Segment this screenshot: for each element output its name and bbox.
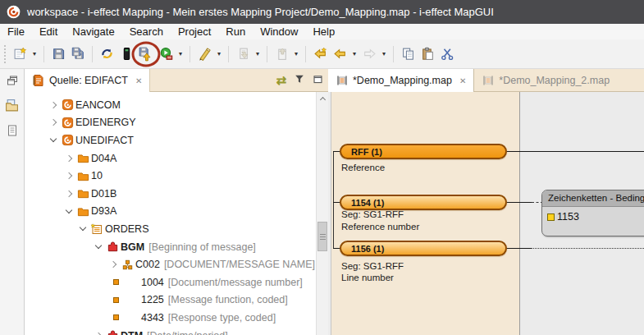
tree-item-10[interactable]: 10 bbox=[25, 167, 316, 185]
tree-item-d01b[interactable]: D01B bbox=[25, 185, 316, 203]
menu-edit[interactable]: Edit bbox=[32, 25, 65, 38]
function-box-item-1153[interactable]: 1153 bbox=[542, 207, 644, 223]
toolbar-separator bbox=[228, 46, 229, 62]
link-with-editor-icon[interactable]: ⇄ bbox=[276, 73, 286, 88]
export-icon[interactable] bbox=[272, 44, 291, 65]
source-view-tab-label: Quelle: EDIFACT bbox=[49, 75, 128, 86]
restore-view-icon[interactable] bbox=[6, 74, 19, 90]
menu-navigate[interactable]: Navigate bbox=[65, 25, 121, 38]
menu-window[interactable]: Window bbox=[253, 25, 305, 38]
yellow-square-icon bbox=[547, 213, 555, 221]
function-box-zeichenketten[interactable]: Zeichenketten - Beding 1153 bbox=[541, 190, 644, 236]
tree-label: D04A bbox=[91, 153, 116, 164]
import-icon[interactable] bbox=[233, 44, 253, 65]
marker-dropdown-arrow[interactable]: ▾ bbox=[214, 50, 224, 57]
tree-desc: [Message function, coded] bbox=[168, 294, 288, 305]
maximize-icon[interactable] bbox=[313, 73, 323, 88]
source-view-tab[interactable]: Quelle: EDIFACT ✕ bbox=[25, 69, 150, 92]
back-dropdown-arrow[interactable]: ▾ bbox=[349, 50, 359, 57]
tree-desc: [Beginning of message] bbox=[148, 241, 256, 253]
chevron-right-icon[interactable] bbox=[63, 173, 75, 178]
scroll-up-arrow[interactable] bbox=[317, 92, 328, 104]
tree-item-unedifact[interactable]: UNEDIFACT bbox=[25, 131, 316, 149]
mapping-line-1154[interactable] bbox=[507, 202, 532, 203]
tree-item-1004[interactable]: 1004 [Document/message number] bbox=[25, 273, 316, 291]
segment-node-rff[interactable]: RFF (1) bbox=[340, 144, 507, 159]
tree-item-d04a[interactable]: D04A bbox=[25, 149, 316, 168]
cut-icon[interactable] bbox=[437, 44, 457, 65]
export-dropdown-arrow[interactable]: ▾ bbox=[291, 50, 301, 57]
chevron-down-icon[interactable] bbox=[63, 210, 75, 213]
menu-help[interactable]: Help bbox=[305, 25, 342, 38]
menu-run[interactable]: Run bbox=[218, 25, 253, 38]
run-dropdown-arrow[interactable]: ▾ bbox=[176, 50, 185, 57]
menu-file[interactable]: File bbox=[0, 25, 32, 38]
paste-icon[interactable] bbox=[418, 44, 437, 65]
save-icon[interactable] bbox=[48, 44, 68, 65]
function-box-title[interactable]: Zeichenketten - Beding bbox=[542, 190, 644, 207]
editor-tab-label: *Demo_Mapping.map bbox=[353, 75, 452, 86]
tree-item-bgm[interactable]: BGM [Beginning of message] bbox=[25, 238, 316, 256]
composite-icon bbox=[119, 259, 135, 270]
mapping-line-rff[interactable] bbox=[507, 151, 644, 152]
chevron-down-icon[interactable] bbox=[48, 139, 59, 141]
tree-item-dtm-partial[interactable]: DTM [Date/time/period] bbox=[25, 327, 316, 335]
open-folder-icon[interactable] bbox=[5, 99, 19, 116]
forward-dropdown-arrow[interactable]: ▾ bbox=[379, 50, 389, 57]
chevron-right-icon[interactable] bbox=[107, 262, 119, 267]
tab-demo-mapping-2[interactable]: *Demo_Mapping_2.map bbox=[474, 69, 617, 92]
chevron-down-icon[interactable] bbox=[93, 246, 104, 248]
tree-desc: [Response type, coded] bbox=[168, 312, 276, 324]
toolbar-separator bbox=[305, 46, 306, 62]
chevron-right-icon[interactable] bbox=[63, 156, 75, 161]
tree-label: EDIENERGY bbox=[75, 117, 136, 128]
tab-demo-mapping[interactable]: *Demo_Mapping.map ✕ bbox=[328, 69, 474, 92]
tree-item-orders[interactable]: ORDERS bbox=[25, 220, 316, 238]
chevron-down-icon[interactable] bbox=[77, 227, 89, 230]
element-node-1154[interactable]: 1154 (1) bbox=[340, 195, 507, 210]
menu-bar: File Edit Navigate Search Project Run Wi… bbox=[0, 24, 644, 39]
tree-item-d93a[interactable]: D93A bbox=[25, 203, 316, 221]
close-icon[interactable]: ✕ bbox=[135, 76, 142, 85]
tree-item-1225[interactable]: 1225 [Message function, coded] bbox=[25, 291, 316, 310]
tree-item-c002[interactable]: C002 [DOCUMENT/MESSAGE NAME] bbox=[25, 255, 316, 273]
tree-item-eancom[interactable]: EANCOM bbox=[25, 96, 316, 114]
save-all-icon[interactable] bbox=[68, 44, 88, 65]
copy-icon[interactable] bbox=[398, 44, 418, 65]
close-icon[interactable]: ✕ bbox=[459, 76, 466, 85]
panel-sash[interactable] bbox=[328, 92, 331, 335]
tree-label: 1225 bbox=[141, 294, 164, 305]
tree-item-edienergy[interactable]: EDIENERGY bbox=[25, 114, 316, 132]
device-icon[interactable] bbox=[116, 44, 136, 65]
chevron-right-icon[interactable] bbox=[48, 103, 59, 108]
run-icon[interactable] bbox=[156, 44, 176, 65]
document-icon[interactable] bbox=[6, 124, 19, 140]
new-dropdown-arrow[interactable]: ▾ bbox=[30, 50, 39, 57]
scrollbar-thumb[interactable] bbox=[317, 222, 327, 251]
menu-search[interactable]: Search bbox=[122, 25, 171, 38]
import-dropdown-arrow[interactable]: ▾ bbox=[253, 50, 263, 57]
refresh-icon[interactable] bbox=[97, 44, 116, 65]
filter-icon[interactable] bbox=[294, 73, 305, 88]
forward-icon[interactable] bbox=[359, 44, 379, 65]
toolbar-separator bbox=[92, 46, 93, 62]
tree-label: 1004 bbox=[141, 277, 164, 288]
save-to-host-icon[interactable] bbox=[136, 44, 156, 65]
new-wizard-icon[interactable] bbox=[10, 44, 30, 65]
chevron-right-icon[interactable] bbox=[48, 120, 59, 125]
tree-item-4343[interactable]: 4343 [Response type, coded] bbox=[25, 309, 316, 327]
marker-icon[interactable] bbox=[194, 44, 214, 65]
tree-label: D93A bbox=[91, 205, 116, 217]
element-node-1156[interactable]: 1156 (1) bbox=[340, 241, 507, 256]
tree-scrollbar[interactable] bbox=[316, 92, 328, 335]
last-edit-location-icon[interactable] bbox=[310, 44, 330, 65]
back-icon[interactable] bbox=[330, 44, 349, 65]
menu-project[interactable]: Project bbox=[171, 25, 218, 38]
node-label: RFF (1) bbox=[351, 147, 382, 157]
folder-icon bbox=[75, 205, 91, 218]
chevron-right-icon[interactable] bbox=[63, 191, 75, 196]
fast-view-rail bbox=[0, 69, 25, 335]
map-file-icon bbox=[482, 74, 495, 87]
connector-line bbox=[333, 152, 334, 249]
mapping-line-1156[interactable] bbox=[507, 248, 531, 249]
